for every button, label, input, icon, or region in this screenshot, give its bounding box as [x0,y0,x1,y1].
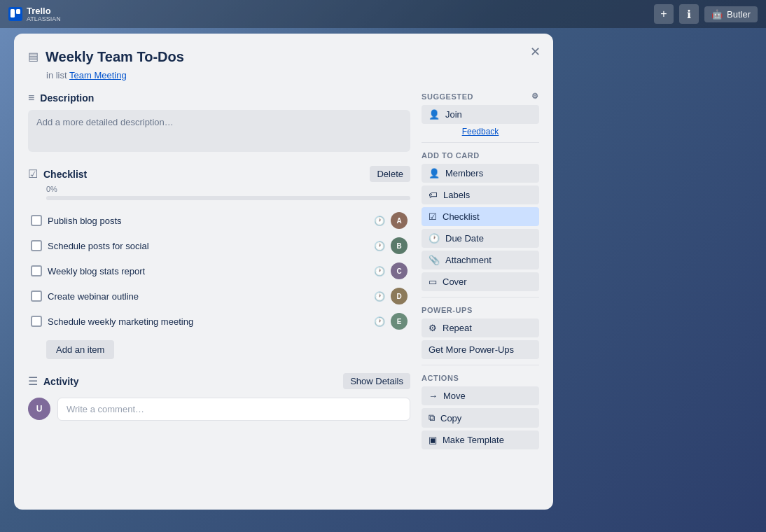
cover-icon: ▭ [429,276,437,287]
show-details-button[interactable]: Show Details [343,373,410,389]
card-main: ≡ Description Add a more detailed descri… [28,92,410,452]
description-icon: ≡ [28,92,34,104]
item-label-5: Schedule weekly marketing meeting [48,316,368,327]
checklist-items: Publish blog posts 🕐 A Schedule posts fo… [28,209,410,333]
checklist-item: Weekly blog stats report 🕐 C [28,259,410,283]
close-button[interactable]: ✕ [525,42,545,62]
feedback-link[interactable]: Feedback [422,127,539,136]
modal-overlay: ✕ ▤ Weekly Team To-Dos in list Team Meet… [0,28,766,532]
power-ups-label: POWER-UPS [422,306,539,314]
description-header: ≡ Description [28,92,410,104]
checklist-sidebar-label: Checklist [443,211,480,222]
members-button[interactable]: 👤 Members [422,164,539,183]
get-more-label: Get More Power-Ups [429,344,514,355]
repeat-icon: ⚙ [429,323,437,333]
trello-logo: Trello ATLASSIAN [8,6,61,22]
make-template-label: Make Template [443,435,504,445]
checkbox-2[interactable] [31,240,42,251]
repeat-button[interactable]: ⚙ Repeat [422,318,539,337]
checklist-item: Schedule posts for social 🕐 B [28,234,410,258]
checkbox-5[interactable] [31,316,42,327]
gear-icon[interactable]: ⚙ [531,92,539,101]
avatar-3: C [391,262,408,279]
attachment-icon: 📎 [429,255,440,265]
card-subtitle: in list Team Meeting [46,70,539,80]
checklist-icon: ☑ [28,167,38,181]
activity-title: Activity [43,376,79,387]
move-button[interactable]: → Move [422,386,539,405]
checkbox-1[interactable] [31,215,42,226]
checklist-title: Checklist [43,169,87,180]
card-body: ≡ Description Add a more detailed descri… [28,92,539,452]
progress-bar [46,196,410,200]
clock-icon-5[interactable]: 🕐 [374,316,385,327]
clock-icon-4[interactable]: 🕐 [374,291,385,302]
clock-icon-2[interactable]: 🕐 [374,241,385,251]
make-template-button[interactable]: ▣ Make Template [422,430,539,449]
attachment-button[interactable]: 📎 Attachment [422,251,539,270]
activity-header: ☰ Activity Show Details [28,373,410,389]
comment-placeholder: Write a comment… [67,404,144,414]
add-item-button[interactable]: Add an item [46,340,114,359]
item-label-2: Schedule posts for social [48,241,368,251]
activity-row: U Write a comment… [28,398,410,421]
copy-icon: ⧉ [429,412,435,424]
add-button[interactable]: + [654,4,674,24]
activity-icon: ☰ [28,374,38,388]
card-modal: ✕ ▤ Weekly Team To-Dos in list Team Meet… [14,34,553,510]
clock-icon-1[interactable]: 🕐 [374,216,385,226]
divider-3 [422,365,539,365]
butler-icon: 🤖 [711,9,723,20]
copy-button[interactable]: ⧉ Copy [422,408,539,428]
card-type-icon: ▤ [28,50,39,63]
description-placeholder: Add a more detailed description… [36,117,174,127]
card-title: Weekly Team To-Dos [46,48,184,66]
repeat-label: Repeat [443,323,472,333]
due-date-icon: 🕐 [429,233,440,244]
topbar-right: + ℹ 🤖 Butler [654,4,758,24]
butler-button[interactable]: 🤖 Butler [704,6,758,22]
butler-label: Butler [727,9,751,20]
cover-button[interactable]: ▭ Cover [422,272,539,291]
checklist-sidebar-button[interactable]: ☑ Checklist [422,207,539,226]
labels-button[interactable]: 🏷 Labels [422,186,539,204]
checklist-header-left: ☑ Checklist [28,167,87,181]
due-date-button[interactable]: 🕐 Due Date [422,229,539,248]
list-link[interactable]: Team Meeting [69,70,127,80]
svg-rect-1 [11,9,15,18]
clock-icon-3[interactable]: 🕐 [374,266,385,276]
avatar-1: A [391,212,408,229]
join-button[interactable]: 👤 Join [422,105,539,124]
move-label: Move [443,391,466,401]
logo-text: Trello [27,6,61,15]
checkbox-3[interactable] [31,265,42,276]
divider-2 [422,297,539,298]
avatar-2: B [391,237,408,254]
members-icon: 👤 [429,168,440,178]
topbar: Trello ATLASSIAN + ℹ 🤖 Butler [0,0,766,28]
avatar-4: D [391,288,408,304]
delete-checklist-button[interactable]: Delete [370,166,410,182]
comment-input[interactable]: Write a comment… [57,398,410,421]
due-date-label: Due Date [445,233,484,244]
copy-label: Copy [440,413,461,424]
suggested-label: SUGGESTED ⚙ [422,92,539,101]
divider-1 [422,142,539,143]
info-button[interactable]: ℹ [679,4,699,24]
svg-rect-2 [16,9,20,14]
activity-title-row: ☰ Activity [28,374,79,388]
description-input[interactable]: Add a more detailed description… [28,110,410,152]
logo-subtext: ATLASSIAN [27,15,61,22]
get-more-button[interactable]: Get More Power-Ups [422,340,539,359]
cover-label: Cover [443,276,467,287]
join-icon: 👤 [429,109,440,120]
make-template-icon: ▣ [429,435,437,445]
actions-label: ACTIONS [422,374,539,382]
add-to-card-label: ADD TO CARD [422,151,539,160]
checkbox-4[interactable] [31,290,42,302]
checklist-item: Publish blog posts 🕐 A [28,209,410,232]
labels-label: Labels [443,190,470,200]
labels-icon: 🏷 [429,190,438,200]
checklist-header: ☑ Checklist Delete [28,166,410,182]
progress-label: 0% [46,185,410,193]
